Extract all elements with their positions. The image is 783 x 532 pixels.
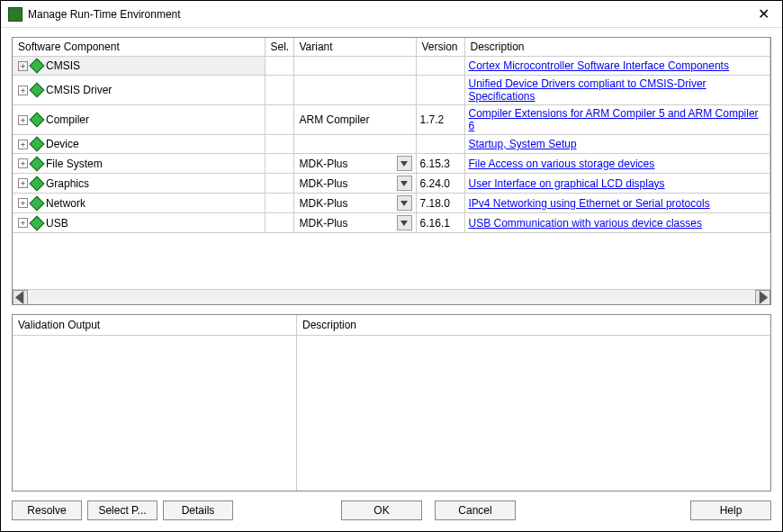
component-name: Graphics xyxy=(46,177,89,190)
title-bar: Manage Run-Time Environment ✕ xyxy=(1,1,782,28)
component-name: CMSIS Driver xyxy=(46,84,112,96)
chevron-down-icon[interactable] xyxy=(397,156,412,171)
table-row[interactable]: + Network MDK-Plus7.18.0IPv4 Networking … xyxy=(13,194,770,213)
chevron-down-icon[interactable] xyxy=(397,215,412,230)
pack-icon xyxy=(30,195,45,211)
variant-value: MDK-Plus xyxy=(298,197,397,210)
component-name: USB xyxy=(46,217,68,230)
validation-header: Validation Output xyxy=(13,315,296,336)
expand-icon[interactable]: + xyxy=(18,61,28,71)
expand-icon[interactable]: + xyxy=(18,198,28,208)
table-row[interactable]: + Graphics MDK-Plus6.24.0User Interface … xyxy=(13,174,770,194)
version-value xyxy=(416,57,464,76)
window-frame: Manage Run-Time Environment ✕ Software C… xyxy=(0,0,783,532)
variant-value: ARM Compiler xyxy=(298,113,412,126)
expand-icon[interactable]: + xyxy=(18,158,28,168)
version-value: 1.7.2 xyxy=(416,105,464,135)
resolve-button[interactable]: Resolve xyxy=(12,500,82,520)
sel-cell[interactable] xyxy=(265,174,293,194)
table-row[interactable]: + Compiler ARM Compiler1.7.2Compiler Ext… xyxy=(13,105,770,135)
description-link[interactable]: User Interface on graphical LCD displays xyxy=(469,177,665,190)
component-name: Compiler xyxy=(46,113,89,126)
component-panel: Software Component Sel. Variant Version … xyxy=(12,37,771,305)
svg-marker-0 xyxy=(400,161,408,167)
version-value: 6.16.1 xyxy=(416,213,464,233)
col-header-variant[interactable]: Variant xyxy=(293,38,416,57)
expand-icon[interactable]: + xyxy=(18,178,28,188)
table-row[interactable]: + USB MDK-Plus6.16.1USB Communication wi… xyxy=(13,213,770,233)
description-body[interactable] xyxy=(297,336,770,491)
svg-marker-2 xyxy=(400,201,408,206)
col-header-component[interactable]: Software Component xyxy=(13,38,265,57)
select-packs-button[interactable]: Select P... xyxy=(87,500,158,520)
scroll-left-icon[interactable] xyxy=(13,290,28,305)
description-header: Description xyxy=(297,315,770,336)
table-row[interactable]: + CMSIS Cortex Microcontroller Software … xyxy=(13,57,770,76)
sel-cell[interactable] xyxy=(265,76,293,105)
validation-body[interactable] xyxy=(13,336,296,491)
col-header-sel[interactable]: Sel. xyxy=(265,38,293,57)
validation-pane: Validation Output xyxy=(13,315,297,491)
expand-icon[interactable]: + xyxy=(18,218,28,228)
component-name: Device xyxy=(46,138,79,150)
sel-cell[interactable] xyxy=(265,194,293,213)
description-link[interactable]: File Access on various storage devices xyxy=(469,158,655,170)
svg-marker-4 xyxy=(15,291,23,304)
version-value: 6.24.0 xyxy=(416,174,464,194)
pack-icon xyxy=(30,156,45,171)
chevron-down-icon[interactable] xyxy=(397,176,412,191)
description-pane: Description xyxy=(297,315,770,491)
details-button[interactable]: Details xyxy=(163,500,233,520)
pack-icon xyxy=(30,59,45,74)
col-header-version[interactable]: Version xyxy=(416,38,464,57)
sel-cell[interactable] xyxy=(265,57,293,76)
pack-icon xyxy=(30,176,45,191)
pack-icon xyxy=(30,215,45,230)
output-panel: Validation Output Description xyxy=(12,314,771,491)
close-icon[interactable]: ✕ xyxy=(752,5,775,23)
table-row[interactable]: + Device Startup, System Setup xyxy=(13,135,770,154)
sel-cell[interactable] xyxy=(265,154,293,174)
app-icon xyxy=(8,7,22,22)
svg-marker-5 xyxy=(760,291,768,304)
description-link[interactable]: IPv4 Networking using Ethernet or Serial… xyxy=(469,197,710,210)
description-link[interactable]: Startup, System Setup xyxy=(469,138,577,150)
button-row: Resolve Select P... Details OK Cancel He… xyxy=(1,491,782,531)
component-table: Software Component Sel. Variant Version … xyxy=(13,38,770,233)
description-link[interactable]: Cortex Microcontroller Software Interfac… xyxy=(469,59,729,72)
description-link[interactable]: Compiler Extensions for ARM Compiler 5 a… xyxy=(469,107,759,132)
cancel-button[interactable]: Cancel xyxy=(435,500,516,520)
expand-icon[interactable]: + xyxy=(18,86,28,95)
table-row[interactable]: + CMSIS Driver Unified Device Drivers co… xyxy=(13,76,770,105)
pack-icon xyxy=(30,113,45,128)
table-row[interactable]: + File System MDK-Plus6.15.3File Access … xyxy=(13,154,770,174)
window-title: Manage Run-Time Environment xyxy=(28,8,752,21)
col-header-description[interactable]: Description xyxy=(464,38,770,57)
component-table-scroll[interactable]: Software Component Sel. Variant Version … xyxy=(13,38,770,289)
component-name: File System xyxy=(46,158,103,170)
scroll-right-icon[interactable] xyxy=(755,290,770,305)
content: Software Component Sel. Variant Version … xyxy=(1,28,782,491)
version-value: 7.18.0 xyxy=(416,194,464,213)
expand-icon[interactable]: + xyxy=(18,115,28,125)
scroll-track[interactable] xyxy=(28,290,755,304)
variant-value: MDK-Plus xyxy=(298,217,397,230)
description-link[interactable]: USB Communication with various device cl… xyxy=(469,217,702,230)
pack-icon xyxy=(30,137,45,152)
expand-icon[interactable]: + xyxy=(18,140,28,149)
horizontal-scrollbar[interactable] xyxy=(13,289,770,304)
variant-value: MDK-Plus xyxy=(298,158,397,170)
version-value: 6.15.3 xyxy=(416,154,464,174)
component-name: Network xyxy=(46,197,86,210)
sel-cell[interactable] xyxy=(265,105,293,135)
description-link[interactable]: Unified Device Drivers compliant to CMSI… xyxy=(469,77,706,103)
ok-button[interactable]: OK xyxy=(341,500,422,520)
sel-cell[interactable] xyxy=(265,135,293,154)
variant-value: MDK-Plus xyxy=(298,177,397,190)
chevron-down-icon[interactable] xyxy=(397,195,412,211)
help-button[interactable]: Help xyxy=(690,500,771,520)
pack-icon xyxy=(30,83,45,98)
version-value xyxy=(416,76,464,105)
sel-cell[interactable] xyxy=(265,213,293,233)
svg-marker-1 xyxy=(400,181,408,186)
